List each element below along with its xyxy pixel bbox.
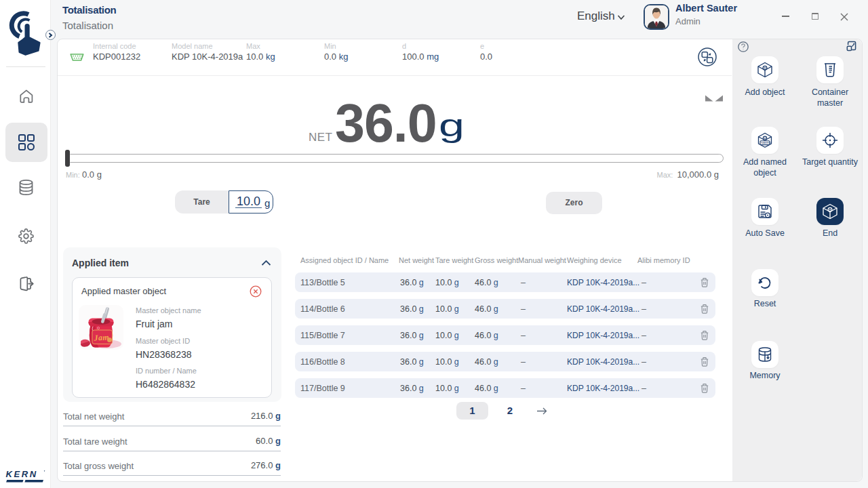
svg-text:Jam: Jam [93,332,109,343]
svg-text:KERN: KERN [6,469,38,479]
svg-text:NAMED: NAMED [761,142,771,144]
